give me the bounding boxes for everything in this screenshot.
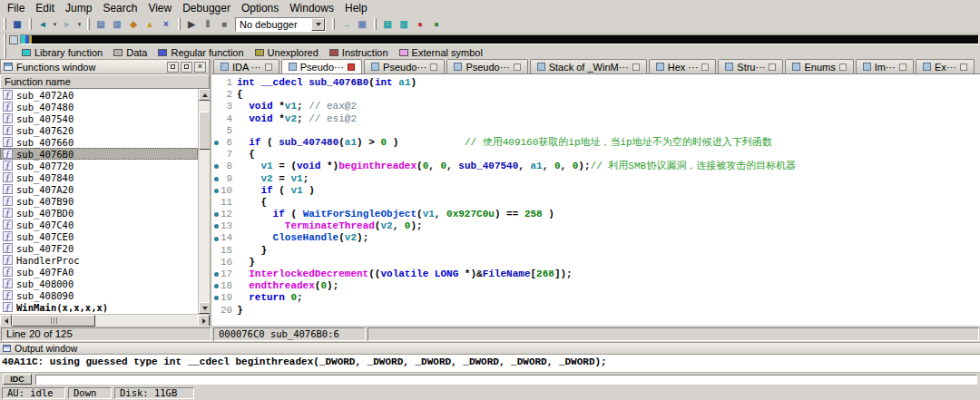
tab-ex[interactable]: Ex···	[916, 59, 975, 73]
structures-toolbar-icon[interactable]: ▤	[379, 17, 396, 32]
code-line[interactable]: 9 v2 = v1;	[211, 173, 980, 185]
hscroll-thumb[interactable]	[12, 315, 95, 327]
function-list-item[interactable]: ƒsub_407620	[0, 124, 198, 136]
code-line[interactable]: 5	[211, 125, 980, 137]
forward-history-icon[interactable]: ▼	[75, 17, 83, 32]
function-list-item[interactable]: ƒHandlerProc	[0, 254, 198, 266]
code-line[interactable]: 11 {	[211, 197, 980, 209]
function-list-item[interactable]: ƒsub_407CE0	[0, 230, 198, 242]
code-line[interactable]: 12 if ( WaitForSingleObject(v1, 0x927C0u…	[211, 209, 980, 220]
navband-grip[interactable]	[4, 34, 6, 45]
function-list-item[interactable]: ƒsub_407FA0	[0, 266, 198, 278]
dock-tab-icon[interactable]	[632, 63, 640, 71]
dock-tab-icon[interactable]	[960, 63, 967, 71]
menu-windows[interactable]: Windows	[284, 1, 339, 15]
command-line-input[interactable]	[35, 375, 977, 385]
save-icon[interactable]: ▦	[9, 17, 25, 32]
dock-tab-icon[interactable]	[839, 63, 847, 71]
tab-stru[interactable]: Stru···	[718, 59, 783, 73]
function-list-item[interactable]: ƒsub_407540	[0, 112, 198, 124]
reanalyze-icon[interactable]: ▲	[142, 17, 158, 32]
dock-tab-icon[interactable]	[265, 63, 272, 71]
code-line[interactable]: 1int __cdecl sub_4076B0(int a1)	[211, 77, 980, 89]
menu-debugger[interactable]: Debugger	[177, 1, 236, 15]
functions-vscrollbar[interactable]	[198, 89, 210, 314]
tab-ida[interactable]: IDA ···	[213, 59, 279, 73]
scroll-up-icon[interactable]	[199, 89, 210, 101]
code-line[interactable]: 20}	[211, 305, 980, 317]
function-list-item[interactable]: ƒsub_407B90	[0, 195, 198, 207]
vscroll-track[interactable]	[199, 101, 210, 302]
menu-file[interactable]: File	[2, 1, 30, 15]
code-line[interactable]: 13 TerminateThread(v2, 0);	[211, 220, 980, 232]
menu-help[interactable]: Help	[339, 1, 373, 15]
function-list-item[interactable]: ƒsub_407480	[0, 101, 198, 112]
code-line[interactable]: 2{	[211, 89, 980, 101]
pseudocode-view[interactable]: 1int __cdecl sub_4076B0(int a1)2{3 void …	[211, 74, 980, 326]
function-list-item[interactable]: ƒsub_4072A0	[0, 89, 198, 101]
code-line[interactable]: 6 if ( sub_407480(a1) > 0 ) // 使用409160获…	[211, 137, 980, 149]
cli-language-button[interactable]: IDC	[3, 374, 32, 385]
dock-tab-icon[interactable]	[701, 63, 709, 71]
scroll-down-icon[interactable]	[199, 302, 210, 314]
maximize-window-icon[interactable]	[181, 62, 192, 73]
tab-pseudo[interactable]: Pseudo···	[281, 59, 362, 74]
navband-zoom-icon[interactable]	[9, 35, 18, 44]
functions-list-icon[interactable]: ▤	[93, 17, 109, 32]
function-list-item[interactable]: ƒsub_408090	[0, 289, 198, 301]
navigation-band[interactable]	[20, 34, 979, 44]
debugger-stop-icon[interactable]: ■	[216, 17, 232, 32]
segments-icon[interactable]: ◆	[125, 17, 142, 32]
debugger-select[interactable]: No debugger	[235, 17, 326, 32]
debugger-pause-icon[interactable]: Ⅱ	[200, 17, 216, 32]
debugger-run-icon[interactable]: ▶	[183, 17, 200, 32]
function-list-item[interactable]: ƒsub_407660	[0, 136, 198, 148]
names-window-icon[interactable]: ▥	[109, 17, 125, 32]
function-list-item[interactable]: ƒsub_407A20	[0, 183, 198, 195]
code-line[interactable]: 7 {	[211, 149, 980, 161]
enums-toolbar-icon[interactable]: ▥	[396, 17, 412, 32]
dock-tab-icon[interactable]	[899, 63, 906, 71]
stop-analysis-icon[interactable]: ×	[158, 17, 174, 32]
tab-hex[interactable]: Hex ···	[649, 59, 717, 73]
close-window-icon[interactable]: ×	[194, 62, 206, 73]
code-line[interactable]: 14 CloseHandle(v2);	[211, 232, 980, 244]
code-line[interactable]: 19 return 0;	[211, 292, 980, 304]
watches-icon[interactable]: ●	[428, 17, 445, 32]
navigate-forward-icon[interactable]: ►	[59, 17, 75, 32]
code-line[interactable]: 3 void *v1; // eax@2	[211, 101, 980, 112]
functions-hscrollbar[interactable]	[0, 314, 210, 326]
code-line[interactable]: 15 }	[211, 245, 980, 257]
navigate-back-icon[interactable]: ◄	[34, 17, 51, 32]
dock-tab-icon[interactable]	[430, 63, 437, 71]
menu-view[interactable]: View	[142, 1, 177, 15]
close-tab-icon[interactable]	[348, 63, 355, 71]
dock-tab-icon[interactable]	[769, 63, 776, 71]
code-line[interactable]: 4 void *v2; // esi@2	[211, 113, 980, 125]
tab-im[interactable]: Im···	[856, 59, 914, 73]
code-line[interactable]: 18 endthreadex(0);	[211, 280, 980, 292]
code-line[interactable]: 16 }	[211, 257, 980, 268]
menu-jump[interactable]: Jump	[60, 1, 97, 15]
attach-process-icon[interactable]: →	[338, 17, 354, 32]
hscroll-track[interactable]	[12, 315, 198, 326]
function-list-item[interactable]: ƒsub_407720	[0, 160, 198, 171]
code-line[interactable]: 17 InterlockedDecrement((volatile LONG *…	[211, 268, 980, 280]
tab-stack-of-winm[interactable]: Stack of _WinM···	[530, 59, 647, 73]
back-history-icon[interactable]: ▼	[51, 17, 59, 32]
menu-search[interactable]: Search	[97, 1, 142, 15]
tab-pseudo[interactable]: Pseudo···	[364, 59, 445, 73]
code-line[interactable]: 10 if ( v1 )	[211, 185, 980, 197]
function-list-item[interactable]: ƒsub_407C40	[0, 219, 198, 230]
menu-edit[interactable]: Edit	[30, 1, 60, 15]
function-name-column-header[interactable]: Function name	[0, 74, 210, 89]
output-window[interactable]: 40A11C: using guessed type int __cdecl b…	[0, 355, 980, 372]
vscroll-thumb[interactable]	[199, 112, 210, 150]
dock-tab-icon[interactable]	[514, 63, 521, 71]
breakpoints-icon[interactable]: ●	[412, 17, 428, 32]
function-list-item[interactable]: ƒsub_4076B0	[0, 148, 198, 160]
function-list-item[interactable]: ƒsub_407840	[0, 171, 198, 183]
function-list-item[interactable]: ƒsub_407F20	[0, 242, 198, 254]
function-list-item[interactable]: ƒWinMain(x,x,x,x)	[0, 301, 198, 313]
code-line[interactable]: 8 v1 = (void *)beginthreadex(0, 0, sub_4…	[211, 161, 980, 172]
